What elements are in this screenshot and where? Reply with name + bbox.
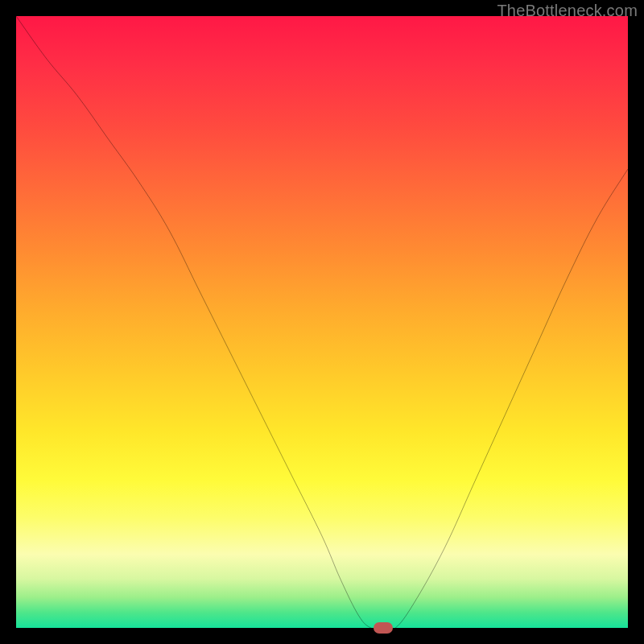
- bottleneck-curve: [16, 16, 628, 628]
- curve-layer: [16, 16, 628, 628]
- chart-root: TheBottleneck.com: [0, 0, 644, 644]
- plot-area: [16, 16, 628, 628]
- optimal-point-marker: [374, 622, 393, 634]
